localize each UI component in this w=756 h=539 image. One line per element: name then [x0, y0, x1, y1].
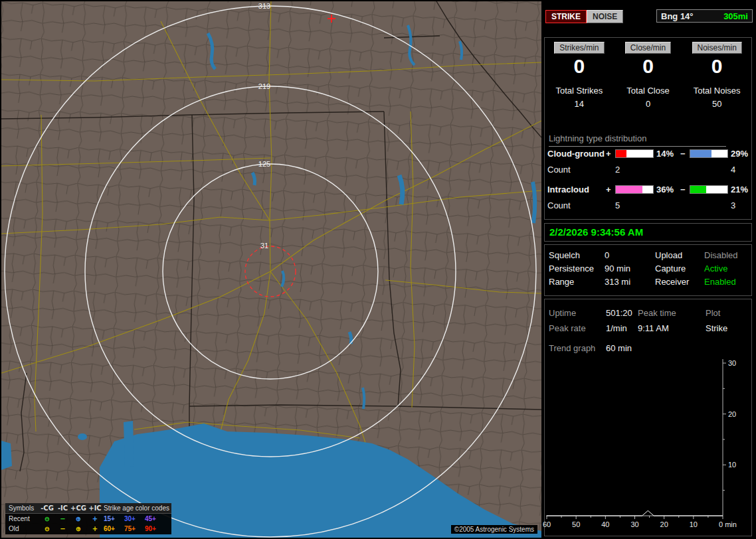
legend-col-neg-cg: -CG [39, 504, 55, 512]
age-15: 15+ [104, 515, 124, 522]
persistence-label: Persistence [549, 263, 605, 275]
peak-time-value: 9:11 AM [638, 323, 706, 335]
neg-cg-old-icon: ⊖ [39, 525, 55, 532]
legend-col-pos-ic: +IC [86, 504, 104, 512]
mobile-bay [124, 421, 134, 467]
cg-pos-bar-fill [616, 150, 626, 157]
squelch-label: Squelch [549, 250, 605, 262]
close-per-min-chip: Close/min [625, 42, 671, 54]
total-strikes-value: 14 [545, 99, 614, 109]
age-30: 30+ [124, 515, 145, 522]
persistence-value: 90 min [605, 263, 655, 275]
bearing-display: Bng 14° 305mi [656, 9, 753, 23]
bearing-range-value: 305mi [723, 11, 748, 21]
age-45: 45+ [145, 515, 165, 522]
ic-neg-count: 3 [728, 200, 751, 210]
cg-pos-count: 2 [615, 165, 654, 175]
range-value: 313 mi [605, 276, 655, 288]
settings-row-squelch: Squelch 0 Upload Disabled [549, 250, 751, 262]
receiver-label: Receiver [655, 276, 704, 288]
datetime-display: 2/2/2026 9:34:56 AM [545, 224, 751, 240]
copyright-notice: ©2005 Astrogenic Systems [451, 525, 537, 534]
cg-neg-bar-fill [690, 150, 711, 157]
neg-ic-old-icon: − [55, 525, 70, 532]
lightning-detector-app: 313 219 125 31 Symbols -CG -IC +CG +IC S… [0, 0, 756, 539]
rate-chips-row: Strikes/min Close/min Noises/min [545, 42, 751, 54]
noise-toggle-button[interactable]: NOISE [587, 10, 623, 23]
legend-col-neg-ic: -IC [55, 504, 70, 512]
status-row-1: Uptime 501:20 Peak time Plot [549, 307, 751, 319]
ic-pos-bar [615, 185, 654, 194]
map-svg: 313 219 125 31 [1, 1, 541, 538]
total-noises-label: Total Noises [682, 86, 751, 96]
ic-neg-bar-fill [690, 186, 706, 193]
ic-neg-bar [690, 185, 728, 194]
legend-col-pos-cg: +CG [70, 504, 86, 512]
noises-per-min-chip: Noises/min [692, 42, 742, 54]
minus-sign: − [680, 185, 690, 194]
count-label: Count [547, 200, 606, 210]
ic-pos-count: 5 [615, 200, 654, 210]
stats-section: Strikes/min Close/min Noises/min 0 0 0 T… [544, 37, 752, 220]
plot-value: Strike [706, 323, 751, 335]
age-codes-recent: 15+ 30+ 45+ [104, 515, 171, 522]
strikes-per-min-chip: Strikes/min [554, 42, 604, 54]
datetime-section: 2/2/2026 9:34:56 AM [544, 223, 752, 242]
total-strikes-label: Total Strikes [545, 86, 614, 96]
legend-header: Symbols -CG -IC +CG +IC Strike age color… [5, 503, 171, 514]
map-view[interactable]: 313 219 125 31 Symbols -CG -IC +CG +IC S… [1, 1, 541, 538]
ic-pos-pct: 36% [654, 185, 680, 194]
strike-toggle-button[interactable]: STRIKE [545, 10, 587, 23]
close-per-min-value: 0 [614, 56, 683, 76]
cg-neg-bar [690, 149, 728, 158]
settings-section: Squelch 0 Upload Disabled Persistence 90… [544, 244, 752, 296]
strikes-per-min-value: 0 [545, 56, 614, 76]
range-label-313: 313 [258, 2, 270, 10]
age-codes-old: 60+ 75+ 90+ [104, 525, 171, 532]
trend-graph-value: 60 min [606, 343, 638, 354]
minus-sign: − [680, 149, 690, 159]
trend-chart: 3020106050403020100 min [545, 356, 753, 534]
status-row-2: Peak rate 1/min 9:11 AM Strike [549, 323, 751, 335]
upload-status: Disabled [704, 250, 751, 262]
plus-sign: + [606, 185, 615, 194]
ic-neg-pct: 21% [728, 185, 751, 194]
settings-row-persistence: Persistence 90 min Capture Active [549, 263, 751, 275]
svg-text:50: 50 [572, 520, 580, 528]
intracloud-label: Intracloud [547, 185, 606, 194]
age-90: 90+ [145, 525, 165, 532]
cg-neg-pct: 29% [728, 149, 751, 159]
peak-rate-label: Peak rate [549, 323, 606, 335]
receiver-status: Enabled [704, 276, 751, 288]
age-60: 60+ [104, 525, 124, 532]
settings-row-range: Range 313 mi Receiver Enabled [549, 276, 751, 288]
capture-label: Capture [655, 263, 704, 275]
svg-text:20: 20 [660, 520, 668, 528]
capture-status: Active [704, 263, 751, 275]
pos-cg-recent-icon: ⊕ [70, 515, 86, 522]
totals-values-row: 14 0 50 [545, 99, 751, 109]
svg-text:30: 30 [630, 520, 638, 528]
total-close-value: 0 [614, 99, 683, 109]
total-close-label: Total Close [614, 86, 683, 96]
dist-row-intracloud: Intracloud + 36% − 21% [547, 185, 751, 194]
svg-text:30: 30 [728, 359, 736, 367]
range-label-219: 219 [258, 82, 270, 90]
range-label-125: 125 [258, 160, 270, 168]
svg-text:60: 60 [543, 520, 551, 528]
dist-row-cloud-ground: Cloud-ground + 14% − 29% [547, 149, 751, 159]
uptime-label: Uptime [549, 307, 606, 319]
peak-rate-value: 1/min [606, 323, 638, 335]
pos-cg-old-icon: ⊕ [70, 525, 86, 532]
neg-ic-recent-icon: − [55, 515, 70, 522]
trend-graph-label: Trend graph [549, 343, 606, 354]
pos-ic-old-icon: + [86, 525, 104, 532]
svg-text:10: 10 [690, 520, 698, 528]
plus-sign: + [606, 149, 615, 159]
totals-labels-row: Total Strikes Total Close Total Noises [545, 86, 751, 96]
cg-neg-count: 4 [728, 165, 751, 175]
peak-time-label: Peak time [638, 307, 706, 319]
trend-section: Uptime 501:20 Peak time Plot Peak rate 1… [544, 299, 752, 536]
range-label: Range [549, 276, 605, 288]
legend-symbols-label: Symbols [9, 504, 39, 512]
